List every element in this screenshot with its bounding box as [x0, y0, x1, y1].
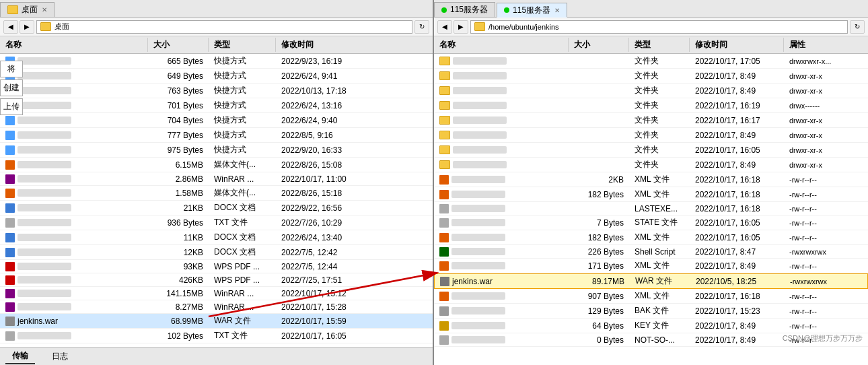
right-file-row[interactable]: 7 BytesSTATE 文件2022/10/17, 16:05-rw-r--r… [434, 215, 868, 230]
left-file-row[interactable]: 8.27MBWinRAR ...2022/10/17, 15:28 [0, 300, 433, 314]
right-file-attr: -rw-r--r-- [784, 175, 851, 185]
connection-dot-1 [441, 7, 447, 13]
right-file-row[interactable]: 171 BytesXML 文件2022/10/17, 8:49-rw-r--r-… [434, 259, 868, 273]
left-file-type: 媒体文件(... [209, 158, 276, 171]
left-file-size: 6.15MB [148, 160, 209, 170]
right-file-row[interactable]: jenkins.war89.17MBWAR 文件2022/10/5, 18:25… [434, 273, 868, 289]
right-refresh-button[interactable]: ↻ [850, 20, 865, 34]
left-file-row[interactable]: 975 Bytes快捷方式2022/9/20, 16:33 [0, 143, 433, 158]
side-btn-transfer[interactable]: 将 [0, 61, 23, 77]
col-header-type[interactable]: 类型 [209, 38, 276, 52]
right-file-row[interactable]: 文件夹2022/10/17, 8:49drwxr-xr-x [434, 158, 868, 172]
right-file-row[interactable]: 129 BytesBAK 文件2022/10/17, 15:23-rw-r--r… [434, 304, 868, 319]
rcol-header-name[interactable]: 名称 [434, 38, 569, 52]
left-file-row[interactable]: 426KBWPS PDF ...2022/7/25, 17:51 [0, 273, 433, 287]
col-header-name[interactable]: 名称 [0, 38, 148, 52]
rcol-header-attr[interactable]: 属性 [784, 38, 851, 52]
left-path-box[interactable]: 桌面 [36, 20, 412, 34]
rcol-header-modified[interactable]: 修改时间 [690, 38, 784, 52]
left-file-row[interactable]: 2.86MBWinRAR ...2022/10/17, 11:00 [0, 172, 433, 186]
left-file-row[interactable]: 777 Bytes快捷方式2022/8/5, 9:16 [0, 128, 433, 143]
right-file-type-icon [439, 101, 450, 110]
right-file-type-icon [439, 116, 450, 125]
left-file-name [0, 331, 148, 341]
right-file-row[interactable]: 文件夹2022/10/17, 8:49drwxr-xr-x [434, 84, 868, 98]
right-file-row[interactable]: 182 BytesXML 文件2022/10/17, 16:18-rw-r--r… [434, 187, 868, 202]
forward-button[interactable]: ▶ [20, 20, 34, 34]
left-file-row[interactable]: 12KBDOCX 文档2022/7/5, 12:42 [0, 245, 433, 260]
right-file-type-icon [439, 175, 449, 185]
side-btn-upload[interactable]: 上传 [0, 98, 23, 115]
left-file-row[interactable]: 6.15MB媒体文件(...2022/8/26, 15:08 [0, 158, 433, 172]
right-tab-close[interactable]: ✕ [554, 7, 560, 14]
right-file-modified: 2022/10/17, 16:18 [690, 189, 784, 200]
right-file-row[interactable]: 文件夹2022/10/17, 8:49drwxr-xr-x [434, 69, 868, 84]
right-file-row[interactable]: 226 BytesShell Script2022/10/17, 8:47-rw… [434, 245, 868, 259]
right-forward-button[interactable]: ▶ [454, 20, 468, 34]
back-button[interactable]: ◀ [3, 20, 18, 34]
right-file-type-icon [439, 335, 449, 345]
left-file-row[interactable]: 11KBDOCX 文档2022/6/24, 13:40 [0, 230, 433, 245]
right-file-row[interactable]: LASTEXE...2022/10/17, 16:18-rw-r--r-- [434, 202, 868, 215]
right-file-row[interactable]: 文件夹2022/10/17, 16:19drwx------ [434, 98, 868, 113]
rcol-header-type[interactable]: 类型 [629, 38, 690, 52]
left-file-row[interactable]: jenkins.war68.99MBWAR 文件2022/10/17, 15:5… [0, 314, 433, 329]
right-file-attr: -rw-r--r-- [784, 218, 851, 228]
left-file-type: WPS PDF ... [209, 275, 276, 286]
left-file-type: 快捷方式 [209, 114, 276, 127]
file-type-icon [5, 302, 15, 312]
right-file-row[interactable]: 182 BytesXML 文件2022/10/17, 16:05-rw-r--r… [434, 230, 868, 245]
left-file-row[interactable]: 102 BytesTXT 文件2022/10/17, 16:05 [0, 329, 433, 343]
bottom-tab-transfer[interactable]: 传输 [5, 349, 35, 364]
right-file-modified: 2022/10/17, 16:05 [690, 145, 784, 156]
right-file-type: 文件夹 [629, 158, 690, 171]
bottom-tab-log[interactable]: 日志 [45, 350, 75, 364]
left-tab-close[interactable]: ✕ [42, 6, 47, 13]
left-file-row[interactable]: 1.58MB媒体文件(...2022/8/26, 15:18 [0, 186, 433, 201]
col-header-modified[interactable]: 修改时间 [276, 38, 384, 52]
left-file-row[interactable]: 763 Bytes快捷方式2022/10/13, 17:18 [0, 84, 433, 98]
left-file-row[interactable]: 21KBDOCX 文档2022/9/22, 16:56 [0, 201, 433, 215]
right-file-attr: drwxr-xr-x [784, 131, 851, 140]
left-file-size: 11KB [148, 232, 209, 243]
right-path-box[interactable]: /home/ubuntu/jenkins [470, 20, 848, 34]
left-file-row[interactable]: 936 BytesTXT 文件2022/7/26, 10:29 [0, 215, 433, 230]
rcol-header-size[interactable]: 大小 [569, 38, 629, 52]
left-file-size: 8.27MB [148, 302, 209, 312]
left-file-type: WinRAR ... [209, 288, 276, 299]
left-file-row[interactable]: 141.15MBWinRAR ...2022/10/17, 15:12 [0, 287, 433, 300]
left-file-size: 1.58MB [148, 188, 209, 199]
left-file-size: 936 Bytes [148, 218, 209, 228]
right-file-type: XML 文件 [629, 231, 690, 244]
right-file-type-icon [439, 261, 449, 271]
right-file-row[interactable]: 64 BytesKEY 文件2022/10/17, 8:49-rw-r--r-- [434, 319, 868, 333]
right-file-row[interactable]: 文件夹2022/10/17, 8:49drwxr-xr-x [434, 128, 868, 143]
right-tab-1[interactable]: 115服务器 [434, 2, 495, 17]
right-file-modified: 2022/10/17, 16:18 [690, 174, 784, 185]
left-file-row[interactable]: 701 Bytes快捷方式2022/6/24, 13:16 [0, 98, 433, 113]
left-file-row[interactable]: 704 Bytes快捷方式2022/6/24, 9:40 [0, 113, 433, 128]
right-file-row[interactable]: 文件夹2022/10/17, 17:05drwxrwxr-x... [434, 54, 868, 69]
right-file-list[interactable]: 文件夹2022/10/17, 17:05drwxrwxr-x...文件夹2022… [434, 54, 868, 365]
left-file-row[interactable]: 649 Bytes快捷方式2022/6/24, 9:41 [0, 69, 433, 84]
left-tab-desktop[interactable]: 桌面 ✕ [0, 2, 55, 17]
right-file-row[interactable]: 2KBXML 文件2022/10/17, 16:18-rw-r--r-- [434, 172, 868, 187]
col-header-size[interactable]: 大小 [148, 38, 209, 52]
left-file-name [0, 160, 148, 170]
refresh-button[interactable]: ↻ [414, 20, 429, 34]
right-file-type-icon [439, 190, 449, 199]
left-column-header: 名称 大小 类型 修改时间 [0, 36, 433, 54]
left-file-row[interactable]: 665 Bytes快捷方式2022/9/23, 16:19 [0, 54, 433, 69]
right-file-type-icon [439, 71, 450, 80]
right-file-row[interactable]: 文件夹2022/10/17, 16:05drwxr-xr-x [434, 143, 868, 158]
right-file-row[interactable]: 907 BytesXML 文件2022/10/17, 16:18-rw-r--r… [434, 289, 868, 304]
left-file-size: 649 Bytes [148, 71, 209, 81]
right-back-button[interactable]: ◀ [437, 20, 452, 34]
right-file-name [434, 306, 569, 317]
right-tab-2[interactable]: 115服务器 ✕ [497, 3, 567, 18]
right-file-row[interactable]: 文件夹2022/10/17, 16:17drwxr-xr-x [434, 113, 868, 128]
left-file-list[interactable]: 665 Bytes快捷方式2022/9/23, 16:19649 Bytes快捷… [0, 54, 433, 347]
left-file-row[interactable]: 93KBWPS PDF ...2022/7/5, 12:44 [0, 260, 433, 273]
file-type-icon [5, 174, 15, 184]
side-btn-create[interactable]: 创建 [0, 79, 23, 96]
